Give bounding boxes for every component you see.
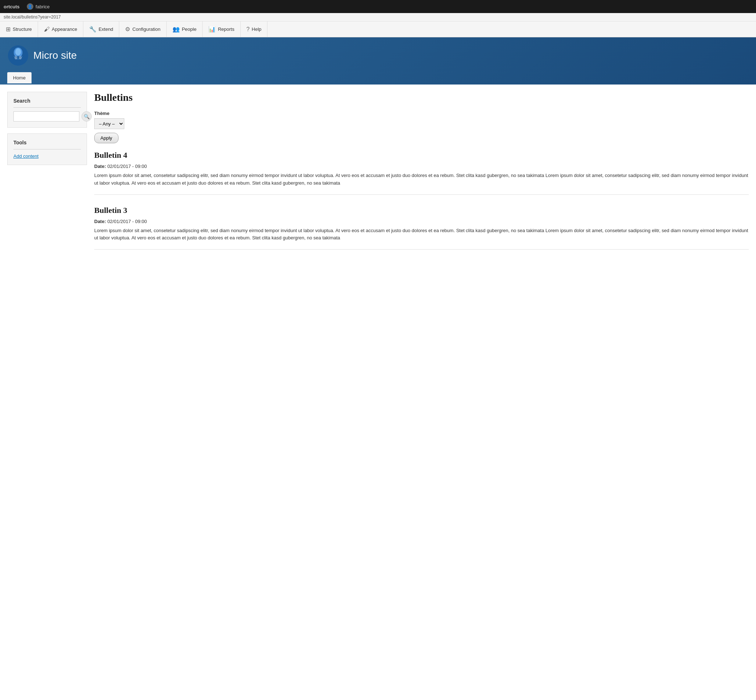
bulletin-3-date-value: 02/01/2017 - 09:00 [107, 219, 147, 224]
search-button[interactable]: 🔍 [81, 111, 92, 122]
nav-item-extend[interactable]: 🔧 Extend [83, 21, 119, 37]
bulletin-4-title: Bulletin 4 [94, 150, 749, 160]
nav-label-reports: Reports [218, 27, 234, 32]
admin-bar: ortcuts 👤 fabrice [0, 0, 756, 13]
people-icon: 👥 [173, 26, 180, 33]
bulletin-item-4: Bulletin 4 Date: 02/01/2017 - 09:00 Lore… [94, 150, 749, 195]
add-content-link[interactable]: Add content [13, 153, 38, 159]
search-input[interactable] [13, 111, 79, 122]
structure-icon: ⊞ [6, 26, 11, 33]
sidebar: Search 🔍 Tools Add content [7, 92, 87, 260]
theme-filter-select[interactable]: – Any – [94, 118, 124, 129]
bulletin-4-date: Date: 02/01/2017 - 09:00 [94, 164, 749, 169]
filter-section: Thème – Any – Apply [94, 111, 749, 143]
bulletin-4-body: Lorem ipsum dolor sit amet, consetetur s… [94, 172, 749, 187]
bulletin-4-date-label: Date: [94, 164, 106, 169]
site-nav-home[interactable]: Home [7, 72, 31, 83]
tools-heading: Tools [13, 140, 81, 145]
filter-label: Thème [94, 111, 749, 116]
bulletin-item-3: Bulletin 3 Date: 02/01/2017 - 09:00 Lore… [94, 206, 749, 250]
site-header: Micro site Home [0, 38, 756, 84]
apply-button[interactable]: Apply [94, 133, 118, 143]
site-navigation: Home [7, 72, 749, 83]
nav-item-reports[interactable]: 📊 Reports [203, 21, 241, 37]
site-name: Micro site [33, 50, 77, 61]
drupal-logo [7, 45, 29, 66]
shortcuts-link[interactable]: ortcuts [4, 4, 20, 9]
search-icon: 🔍 [84, 114, 90, 119]
search-block: Search 🔍 [7, 92, 87, 128]
logo-area: Micro site [7, 45, 749, 66]
bulletin-4-date-value: 02/01/2017 - 09:00 [107, 164, 147, 169]
user-info: 👤 fabrice [27, 3, 50, 10]
appearance-icon: 🖌 [44, 26, 50, 33]
svg-point-4 [19, 56, 22, 59]
nav-item-help[interactable]: ? Help [241, 21, 268, 37]
main-content: Search 🔍 Tools Add content Bulletins Thè… [0, 84, 756, 268]
configuration-icon: ⚙ [125, 26, 130, 33]
nav-label-configuration: Configuration [132, 27, 160, 32]
extend-icon: 🔧 [89, 26, 97, 33]
nav-item-configuration[interactable]: ⚙ Configuration [119, 21, 166, 37]
nav-label-appearance: Appearance [52, 27, 77, 32]
nav-item-appearance[interactable]: 🖌 Appearance [38, 21, 83, 37]
nav-label-structure: Structure [13, 27, 32, 32]
nav-item-structure[interactable]: ⊞ Structure [0, 21, 38, 37]
search-heading: Search [13, 98, 81, 104]
help-icon: ? [246, 26, 250, 33]
user-icon: 👤 [27, 3, 33, 10]
nav-label-people: People [182, 27, 196, 32]
svg-point-3 [14, 56, 17, 59]
nav-item-people[interactable]: 👥 People [167, 21, 203, 37]
username[interactable]: fabrice [36, 4, 50, 9]
svg-point-2 [15, 48, 21, 55]
bulletin-3-date: Date: 02/01/2017 - 09:00 [94, 219, 749, 224]
page-title: Bulletins [94, 92, 749, 103]
content-area: Bulletins Thème – Any – Apply Bulletin 4… [94, 92, 749, 260]
url-bar: site.local/bulletins?year=2017 [0, 13, 756, 21]
bulletin-3-date-label: Date: [94, 219, 106, 224]
bulletin-3-body: Lorem ipsum dolor sit amet, consetetur s… [94, 227, 749, 242]
url-text: site.local/bulletins?year=2017 [4, 14, 61, 20]
nav-label-help: Help [252, 27, 262, 32]
bulletin-3-title: Bulletin 3 [94, 206, 749, 215]
tools-block: Tools Add content [7, 133, 87, 165]
search-form: 🔍 [13, 111, 81, 122]
nav-menu: ⊞ Structure 🖌 Appearance 🔧 Extend ⚙ Conf… [0, 21, 756, 38]
reports-icon: 📊 [208, 26, 216, 33]
nav-label-extend: Extend [98, 27, 113, 32]
